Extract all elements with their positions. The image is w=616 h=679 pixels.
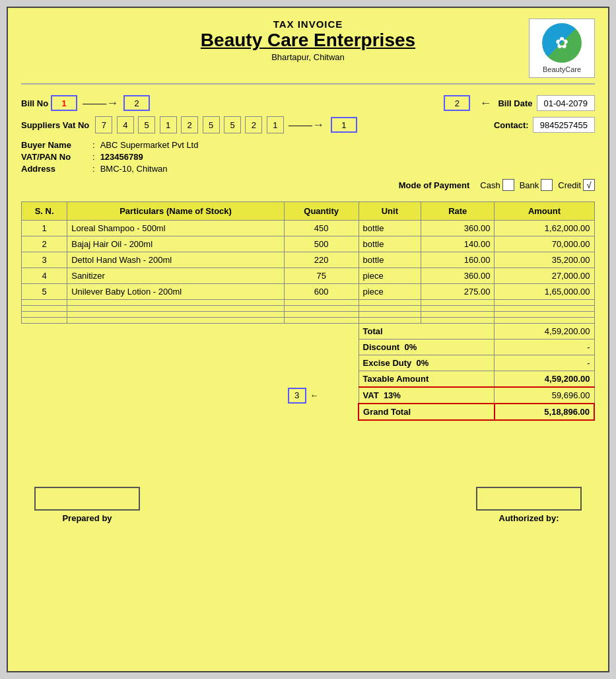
prepared-by-box (34, 487, 140, 511)
excise-value: - (495, 355, 594, 371)
taxable-label: Taxable Amount (359, 371, 495, 388)
buyer-vat-colon: : (92, 152, 95, 162)
grand-total-row: Grand Total 5,18,896.00 (22, 404, 595, 420)
authorized-by-box (476, 487, 582, 511)
credit-option: Credit √ (558, 179, 595, 191)
buyer-address-row: Address : BMC-10, Chitwan (21, 164, 595, 174)
discount-value: - (495, 340, 594, 355)
buyer-address-label: Address (21, 164, 87, 174)
contact-section: Contact: 9845257455 (494, 117, 595, 133)
credit-checkbox[interactable]: √ (583, 179, 595, 191)
total-value: 4,59,200.00 (495, 324, 594, 340)
taxable-value: 4,59,200.00 (495, 371, 594, 388)
vat-digit-2: 4 (117, 116, 134, 133)
suppliers-vat-row: Suppliers Vat No 7 4 5 1 2 5 5 2 1 ——→ 1… (21, 116, 595, 133)
suppliers-vat-label: Suppliers Vat No (21, 120, 89, 130)
invoice-table: S. N. Particulars (Name of Stock) Quanti… (21, 201, 595, 421)
table-row: 5Unilever Baby Lotion - 200ml600piece275… (22, 284, 595, 300)
bill-date-value: 01-04-2079 (537, 95, 596, 111)
logo-text: BeautyCare (543, 65, 581, 73)
tax-invoice-title: TAX INVOICE (87, 18, 529, 30)
buyer-vat-label: VAT/PAN No (21, 152, 87, 162)
cash-checkbox[interactable] (502, 179, 514, 191)
vat-value: 59,696.00 (495, 387, 594, 404)
table-row (22, 318, 595, 324)
vat-digit-8: 2 (245, 116, 262, 133)
vat-digit-1: 7 (95, 116, 112, 133)
table-header-row: S. N. Particulars (Name of Stock) Quanti… (22, 202, 595, 221)
discount-row: Discount 0% - (22, 340, 595, 355)
taxable-row: Taxable Amount 4,59,200.00 (22, 371, 595, 388)
buyer-info: Buyer Name : ABC Supermarket Pvt Ltd VAT… (21, 140, 595, 174)
header-sn: S. N. (22, 202, 67, 221)
cash-label: Cash (480, 180, 500, 190)
payment-row: Mode of Payment Cash Bank Credit √ (21, 179, 595, 191)
footer-section: Prepared by Authorized by: (21, 487, 595, 523)
bank-option: Bank (520, 179, 553, 191)
bill-date-label: Bill Date (498, 98, 532, 108)
header-quantity: Quantity (284, 202, 359, 221)
vat-digits-group: 7 4 5 1 2 5 5 2 1 (94, 116, 285, 133)
bank-label: Bank (520, 180, 539, 190)
contact-label: Contact: (494, 120, 529, 130)
table-row: 3Dettol Hand Wash - 200ml220bottle160.00… (22, 252, 595, 268)
vat-arrow-value: 1 (331, 117, 357, 133)
vat-label: VAT 13% (359, 387, 495, 404)
buyer-vat-value: 123456789 (100, 152, 143, 162)
grand-total-value: 5,18,896.00 (495, 404, 594, 420)
authorized-by-label: Authorized by: (499, 513, 559, 523)
bill-no-row: Bill No 1 ——→ 2 2 ← Bill Date 01-04-2079 (21, 95, 595, 111)
company-address: Bhartapur, Chitwan (87, 52, 529, 62)
buyer-name-colon: : (92, 140, 95, 150)
header-rate: Rate (421, 202, 495, 221)
prepared-by-label: Prepared by (62, 513, 112, 523)
left-arrow-icon: ← (479, 96, 491, 110)
table-row: 1Loreal Shampoo - 500ml450bottle360.001,… (22, 221, 595, 236)
header-unit: Unit (359, 202, 421, 221)
header-amount: Amount (495, 202, 594, 221)
vat-digit-9: 1 (267, 116, 284, 133)
buyer-name-row: Buyer Name : ABC Supermarket Pvt Ltd (21, 140, 595, 150)
annotation-left-arrow-icon: ← (310, 390, 319, 400)
bill-no-label: Bill No (21, 98, 48, 108)
header-center: TAX INVOICE Beauty Care Enterprises Bhar… (87, 18, 529, 62)
vat-row-table: 3 ← VAT 13% 59,696.00 (22, 387, 595, 404)
bill-date-box-value: 2 (444, 95, 470, 111)
vat-digit-3: 5 (138, 116, 155, 133)
logo-box: BeautyCare (529, 18, 595, 78)
credit-label: Credit (558, 180, 581, 190)
buyer-name-label: Buyer Name (21, 140, 87, 150)
table-row: 4Sanitizer75piece360.0027,000.00 (22, 268, 595, 284)
contact-value: 9845257455 (533, 117, 595, 133)
buyer-name-value: ABC Supermarket Pvt Ltd (100, 140, 199, 150)
annotation-3-box: 3 (288, 388, 306, 404)
grand-total-label: Grand Total (359, 404, 495, 420)
table-row (22, 312, 595, 318)
table-row (22, 306, 595, 312)
bill-no-value: 1 (51, 95, 77, 111)
authorized-by-section: Authorized by: (476, 487, 582, 523)
header-particulars: Particulars (Name of Stock) (67, 202, 285, 221)
cash-option: Cash (480, 179, 514, 191)
table-footer: Total 4,59,200.00 Discount 0% - Excise D… (22, 324, 595, 421)
total-row: Total 4,59,200.00 (22, 324, 595, 340)
buyer-address-colon: : (92, 164, 95, 174)
table-body: 1Loreal Shampoo - 500ml450bottle360.001,… (22, 221, 595, 324)
buyer-vat-row: VAT/PAN No : 123456789 (21, 152, 595, 162)
footer-spacer (21, 421, 595, 460)
buyer-address-value: BMC-10, Chitwan (100, 164, 168, 174)
vat-arrow-icon: ——→ (289, 118, 324, 132)
arrow-icon: ——→ (83, 96, 118, 110)
table-row: 2Bajaj Hair Oil - 200ml500bottle140.0070… (22, 236, 595, 252)
bill-no-next: 2 (123, 95, 150, 111)
bill-date-section: 2 ← Bill Date 01-04-2079 (441, 95, 595, 111)
vat-digit-6: 5 (203, 116, 220, 133)
excise-row: Excise Duty 0% - (22, 355, 595, 371)
discount-label: Discount 0% (359, 340, 495, 355)
invoice-container: TAX INVOICE Beauty Care Enterprises Bhar… (7, 7, 609, 672)
total-label: Total (359, 324, 495, 340)
prepared-by-section: Prepared by (34, 487, 140, 523)
vat-digit-5: 2 (181, 116, 198, 133)
bank-checkbox[interactable] (541, 179, 553, 191)
beauty-care-logo-icon (542, 23, 582, 63)
